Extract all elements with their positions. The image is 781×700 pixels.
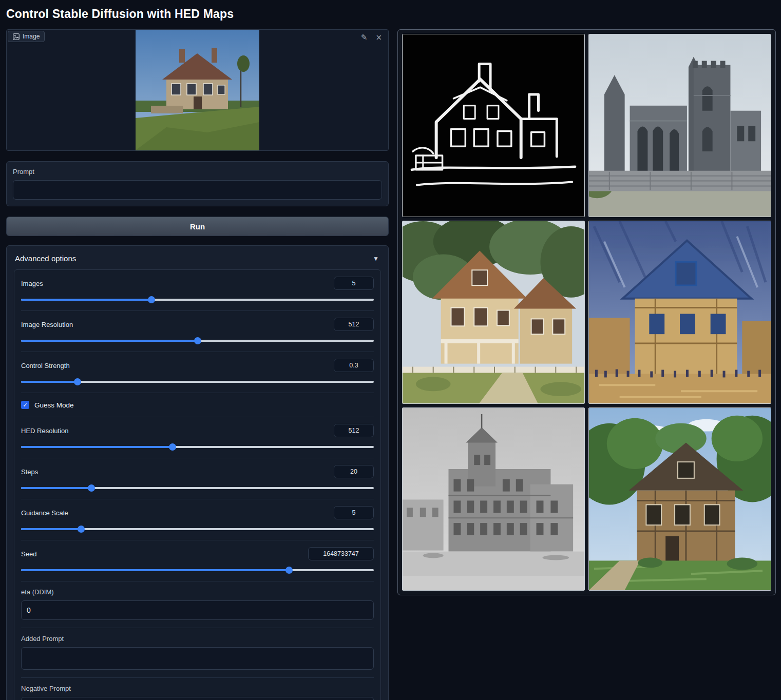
images-label: Images — [21, 280, 43, 287]
gallery-item-3[interactable] — [402, 221, 585, 404]
checkmark-icon: ✓ — [23, 402, 27, 409]
hed-resolution-slider-group: HED Resolution — [21, 417, 374, 458]
prompt-label: Prompt — [13, 168, 382, 176]
slider-thumb[interactable] — [74, 378, 81, 385]
slider-thumb[interactable] — [194, 337, 201, 344]
seed-label: Seed — [21, 550, 36, 558]
added-prompt-group: Added Prompt — [21, 628, 374, 677]
negative-prompt-input[interactable] — [21, 697, 374, 700]
image-icon — [13, 33, 20, 40]
guess-mode-checkbox[interactable]: ✓ — [21, 401, 29, 409]
guidance-scale-value-input[interactable] — [334, 506, 374, 519]
control-strength-slider-group: Control Strength — [21, 352, 374, 393]
image-label-chip: Image — [8, 31, 45, 42]
slider-fill — [21, 340, 198, 342]
steps-slider[interactable] — [21, 484, 374, 492]
slider-fill — [21, 446, 173, 448]
gallery-item-4[interactable] — [588, 221, 771, 404]
image-resolution-slider[interactable] — [21, 337, 374, 344]
upload-actions: ✎ × — [360, 33, 383, 43]
stone-cathedral-image — [589, 34, 771, 217]
gallery-item-2[interactable] — [588, 34, 771, 217]
edit-image-button[interactable]: ✎ — [360, 33, 369, 43]
page-title: Control Stable Diffusion with HED Maps — [6, 7, 775, 21]
slider-fill — [21, 381, 78, 383]
gallery-item-5[interactable] — [402, 407, 585, 591]
steps-slider-group: Steps — [21, 458, 374, 499]
negative-prompt-label: Negative Prompt — [21, 685, 374, 692]
controls-column: Image ✎ × — [6, 29, 389, 700]
control-strength-label: Control Strength — [21, 362, 70, 370]
image-resolution-value-input[interactable] — [334, 318, 374, 331]
uploaded-house-photo — [136, 30, 259, 150]
images-value-input[interactable] — [334, 277, 374, 290]
slider-fill — [21, 528, 81, 530]
image-label: Image — [23, 33, 40, 40]
hed-resolution-slider[interactable] — [21, 443, 374, 451]
slider-thumb[interactable] — [148, 296, 155, 303]
slider-thumb[interactable] — [78, 526, 85, 533]
guidance-scale-label: Guidance Scale — [21, 509, 68, 517]
control-strength-slider[interactable] — [21, 378, 374, 385]
control-strength-value-input[interactable] — [334, 359, 374, 372]
eta-label: eta (DDIM) — [21, 588, 374, 596]
hed-resolution-label: HED Resolution — [21, 427, 69, 435]
image-resolution-label: Image Resolution — [21, 321, 73, 328]
guidance-scale-slider-group: Guidance Scale — [21, 499, 374, 540]
steps-value-input[interactable] — [334, 465, 374, 478]
seed-value-input[interactable] — [308, 547, 374, 560]
gallery-item-6[interactable] — [588, 407, 771, 591]
eta-group: eta (DDIM) — [21, 581, 374, 628]
hed-edge-map-image — [403, 34, 584, 217]
seed-slider-group: Seed — [21, 540, 374, 581]
added-prompt-label: Added Prompt — [21, 635, 374, 643]
guess-mode-label: Guess Mode — [34, 401, 74, 409]
slider-thumb[interactable] — [285, 567, 293, 574]
hed-resolution-value-input[interactable] — [334, 424, 374, 437]
images-slider[interactable] — [21, 296, 374, 303]
slider-fill — [21, 487, 91, 489]
gallery-item-1[interactable] — [402, 34, 585, 217]
advanced-options-title: Advanced options — [15, 254, 76, 263]
painterly-blue-house-image — [589, 221, 771, 403]
clear-image-button[interactable]: × — [374, 33, 383, 43]
added-prompt-input[interactable] — [21, 647, 374, 670]
app-page: Control Stable Diffusion with HED Maps I… — [0, 0, 781, 700]
slider-fill — [21, 569, 289, 571]
image-upload-area[interactable]: Image ✎ × — [6, 29, 389, 151]
black-and-white-building-image — [403, 408, 584, 590]
main-layout: Image ✎ × — [6, 29, 775, 700]
slider-thumb[interactable] — [88, 484, 95, 492]
advanced-options-body: Images Image Resolution — [14, 269, 381, 700]
advanced-options-header[interactable]: Advanced options ▼ — [14, 251, 381, 269]
slider-fill — [21, 299, 151, 301]
image-resolution-slider-group: Image Resolution — [21, 310, 374, 352]
images-slider-group: Images — [21, 270, 374, 310]
guess-mode-row[interactable]: ✓ Guess Mode — [21, 393, 374, 417]
negative-prompt-group: Negative Prompt — [21, 677, 374, 700]
output-gallery — [397, 29, 776, 595]
steps-label: Steps — [21, 468, 38, 476]
eta-input[interactable] — [21, 600, 374, 620]
advanced-options-panel: Advanced options ▼ Images — [6, 245, 389, 700]
seed-slider[interactable] — [21, 567, 374, 574]
prompt-input[interactable] — [13, 180, 382, 200]
slider-thumb[interactable] — [169, 443, 176, 451]
prompt-panel: Prompt — [6, 161, 389, 206]
warm-painted-house-image — [403, 221, 584, 403]
collapse-arrow-icon: ▼ — [373, 255, 379, 262]
run-button[interactable]: Run — [6, 217, 389, 236]
house-photo-image — [136, 30, 259, 150]
guidance-scale-slider[interactable] — [21, 526, 374, 533]
realistic-timber-house-image — [589, 408, 771, 590]
